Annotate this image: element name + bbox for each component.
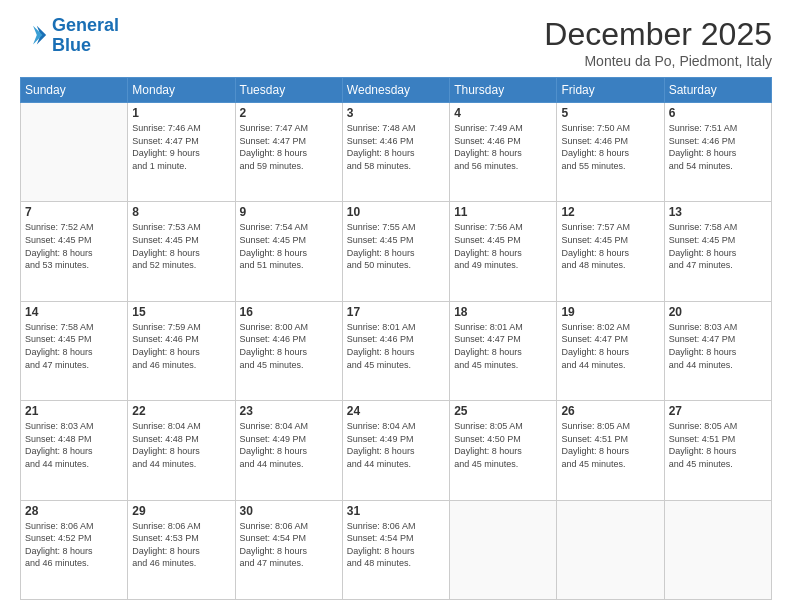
day-number: 7 bbox=[25, 205, 123, 219]
day-number: 5 bbox=[561, 106, 659, 120]
calendar-cell: 25Sunrise: 8:05 AM Sunset: 4:50 PM Dayli… bbox=[450, 401, 557, 500]
day-number: 14 bbox=[25, 305, 123, 319]
calendar-body: 1Sunrise: 7:46 AM Sunset: 4:47 PM Daylig… bbox=[21, 103, 772, 600]
day-number: 10 bbox=[347, 205, 445, 219]
day-info: Sunrise: 8:06 AM Sunset: 4:52 PM Dayligh… bbox=[25, 520, 123, 570]
title-block: December 2025 Monteu da Po, Piedmont, It… bbox=[544, 16, 772, 69]
col-monday: Monday bbox=[128, 78, 235, 103]
day-number: 11 bbox=[454, 205, 552, 219]
day-number: 21 bbox=[25, 404, 123, 418]
day-info: Sunrise: 8:01 AM Sunset: 4:47 PM Dayligh… bbox=[454, 321, 552, 371]
day-info: Sunrise: 8:06 AM Sunset: 4:53 PM Dayligh… bbox=[132, 520, 230, 570]
day-number: 26 bbox=[561, 404, 659, 418]
day-number: 13 bbox=[669, 205, 767, 219]
calendar-cell: 9Sunrise: 7:54 AM Sunset: 4:45 PM Daylig… bbox=[235, 202, 342, 301]
calendar-cell: 23Sunrise: 8:04 AM Sunset: 4:49 PM Dayli… bbox=[235, 401, 342, 500]
calendar-cell: 10Sunrise: 7:55 AM Sunset: 4:45 PM Dayli… bbox=[342, 202, 449, 301]
calendar-cell: 13Sunrise: 7:58 AM Sunset: 4:45 PM Dayli… bbox=[664, 202, 771, 301]
calendar-cell: 7Sunrise: 7:52 AM Sunset: 4:45 PM Daylig… bbox=[21, 202, 128, 301]
col-saturday: Saturday bbox=[664, 78, 771, 103]
calendar-cell: 22Sunrise: 8:04 AM Sunset: 4:48 PM Dayli… bbox=[128, 401, 235, 500]
day-number: 12 bbox=[561, 205, 659, 219]
day-number: 4 bbox=[454, 106, 552, 120]
day-number: 6 bbox=[669, 106, 767, 120]
day-info: Sunrise: 8:03 AM Sunset: 4:48 PM Dayligh… bbox=[25, 420, 123, 470]
calendar-cell: 1Sunrise: 7:46 AM Sunset: 4:47 PM Daylig… bbox=[128, 103, 235, 202]
calendar-cell: 6Sunrise: 7:51 AM Sunset: 4:46 PM Daylig… bbox=[664, 103, 771, 202]
day-number: 25 bbox=[454, 404, 552, 418]
calendar-cell bbox=[450, 500, 557, 599]
col-sunday: Sunday bbox=[21, 78, 128, 103]
calendar-cell: 17Sunrise: 8:01 AM Sunset: 4:46 PM Dayli… bbox=[342, 301, 449, 400]
day-info: Sunrise: 7:58 AM Sunset: 4:45 PM Dayligh… bbox=[669, 221, 767, 271]
calendar-table: Sunday Monday Tuesday Wednesday Thursday… bbox=[20, 77, 772, 600]
day-number: 1 bbox=[132, 106, 230, 120]
calendar-cell: 15Sunrise: 7:59 AM Sunset: 4:46 PM Dayli… bbox=[128, 301, 235, 400]
calendar-cell: 27Sunrise: 8:05 AM Sunset: 4:51 PM Dayli… bbox=[664, 401, 771, 500]
calendar-cell: 11Sunrise: 7:56 AM Sunset: 4:45 PM Dayli… bbox=[450, 202, 557, 301]
logo: General Blue bbox=[20, 16, 119, 56]
day-info: Sunrise: 8:06 AM Sunset: 4:54 PM Dayligh… bbox=[347, 520, 445, 570]
calendar-cell: 16Sunrise: 8:00 AM Sunset: 4:46 PM Dayli… bbox=[235, 301, 342, 400]
day-info: Sunrise: 7:56 AM Sunset: 4:45 PM Dayligh… bbox=[454, 221, 552, 271]
day-info: Sunrise: 7:48 AM Sunset: 4:46 PM Dayligh… bbox=[347, 122, 445, 172]
calendar-cell: 3Sunrise: 7:48 AM Sunset: 4:46 PM Daylig… bbox=[342, 103, 449, 202]
day-number: 3 bbox=[347, 106, 445, 120]
day-number: 17 bbox=[347, 305, 445, 319]
calendar-cell bbox=[664, 500, 771, 599]
calendar-week-1: 1Sunrise: 7:46 AM Sunset: 4:47 PM Daylig… bbox=[21, 103, 772, 202]
calendar-header: Sunday Monday Tuesday Wednesday Thursday… bbox=[21, 78, 772, 103]
day-info: Sunrise: 7:49 AM Sunset: 4:46 PM Dayligh… bbox=[454, 122, 552, 172]
calendar-week-3: 14Sunrise: 7:58 AM Sunset: 4:45 PM Dayli… bbox=[21, 301, 772, 400]
day-number: 29 bbox=[132, 504, 230, 518]
page: General Blue December 2025 Monteu da Po,… bbox=[0, 0, 792, 612]
calendar-cell: 21Sunrise: 8:03 AM Sunset: 4:48 PM Dayli… bbox=[21, 401, 128, 500]
calendar-cell: 14Sunrise: 7:58 AM Sunset: 4:45 PM Dayli… bbox=[21, 301, 128, 400]
calendar-cell: 2Sunrise: 7:47 AM Sunset: 4:47 PM Daylig… bbox=[235, 103, 342, 202]
calendar-cell bbox=[557, 500, 664, 599]
day-number: 19 bbox=[561, 305, 659, 319]
header-row: Sunday Monday Tuesday Wednesday Thursday… bbox=[21, 78, 772, 103]
col-thursday: Thursday bbox=[450, 78, 557, 103]
month-title: December 2025 bbox=[544, 16, 772, 53]
calendar-cell: 4Sunrise: 7:49 AM Sunset: 4:46 PM Daylig… bbox=[450, 103, 557, 202]
calendar-cell: 8Sunrise: 7:53 AM Sunset: 4:45 PM Daylig… bbox=[128, 202, 235, 301]
day-info: Sunrise: 7:46 AM Sunset: 4:47 PM Dayligh… bbox=[132, 122, 230, 172]
calendar-cell: 31Sunrise: 8:06 AM Sunset: 4:54 PM Dayli… bbox=[342, 500, 449, 599]
col-tuesday: Tuesday bbox=[235, 78, 342, 103]
day-info: Sunrise: 8:00 AM Sunset: 4:46 PM Dayligh… bbox=[240, 321, 338, 371]
day-number: 23 bbox=[240, 404, 338, 418]
calendar-cell: 29Sunrise: 8:06 AM Sunset: 4:53 PM Dayli… bbox=[128, 500, 235, 599]
day-info: Sunrise: 7:47 AM Sunset: 4:47 PM Dayligh… bbox=[240, 122, 338, 172]
calendar-week-5: 28Sunrise: 8:06 AM Sunset: 4:52 PM Dayli… bbox=[21, 500, 772, 599]
day-info: Sunrise: 7:55 AM Sunset: 4:45 PM Dayligh… bbox=[347, 221, 445, 271]
day-info: Sunrise: 8:04 AM Sunset: 4:49 PM Dayligh… bbox=[240, 420, 338, 470]
calendar-week-4: 21Sunrise: 8:03 AM Sunset: 4:48 PM Dayli… bbox=[21, 401, 772, 500]
col-friday: Friday bbox=[557, 78, 664, 103]
day-info: Sunrise: 8:05 AM Sunset: 4:51 PM Dayligh… bbox=[561, 420, 659, 470]
day-info: Sunrise: 8:06 AM Sunset: 4:54 PM Dayligh… bbox=[240, 520, 338, 570]
day-info: Sunrise: 8:01 AM Sunset: 4:46 PM Dayligh… bbox=[347, 321, 445, 371]
calendar-cell bbox=[21, 103, 128, 202]
day-number: 18 bbox=[454, 305, 552, 319]
calendar-cell: 5Sunrise: 7:50 AM Sunset: 4:46 PM Daylig… bbox=[557, 103, 664, 202]
day-number: 16 bbox=[240, 305, 338, 319]
logo-line2: Blue bbox=[52, 35, 91, 55]
day-info: Sunrise: 7:54 AM Sunset: 4:45 PM Dayligh… bbox=[240, 221, 338, 271]
day-number: 28 bbox=[25, 504, 123, 518]
calendar-cell: 20Sunrise: 8:03 AM Sunset: 4:47 PM Dayli… bbox=[664, 301, 771, 400]
day-info: Sunrise: 8:05 AM Sunset: 4:51 PM Dayligh… bbox=[669, 420, 767, 470]
day-info: Sunrise: 8:04 AM Sunset: 4:49 PM Dayligh… bbox=[347, 420, 445, 470]
calendar-cell: 19Sunrise: 8:02 AM Sunset: 4:47 PM Dayli… bbox=[557, 301, 664, 400]
day-number: 15 bbox=[132, 305, 230, 319]
day-number: 30 bbox=[240, 504, 338, 518]
day-info: Sunrise: 7:58 AM Sunset: 4:45 PM Dayligh… bbox=[25, 321, 123, 371]
day-number: 22 bbox=[132, 404, 230, 418]
logo-icon bbox=[20, 22, 48, 50]
col-wednesday: Wednesday bbox=[342, 78, 449, 103]
day-info: Sunrise: 7:53 AM Sunset: 4:45 PM Dayligh… bbox=[132, 221, 230, 271]
calendar-cell: 18Sunrise: 8:01 AM Sunset: 4:47 PM Dayli… bbox=[450, 301, 557, 400]
day-number: 2 bbox=[240, 106, 338, 120]
day-info: Sunrise: 7:50 AM Sunset: 4:46 PM Dayligh… bbox=[561, 122, 659, 172]
svg-marker-1 bbox=[33, 26, 42, 45]
